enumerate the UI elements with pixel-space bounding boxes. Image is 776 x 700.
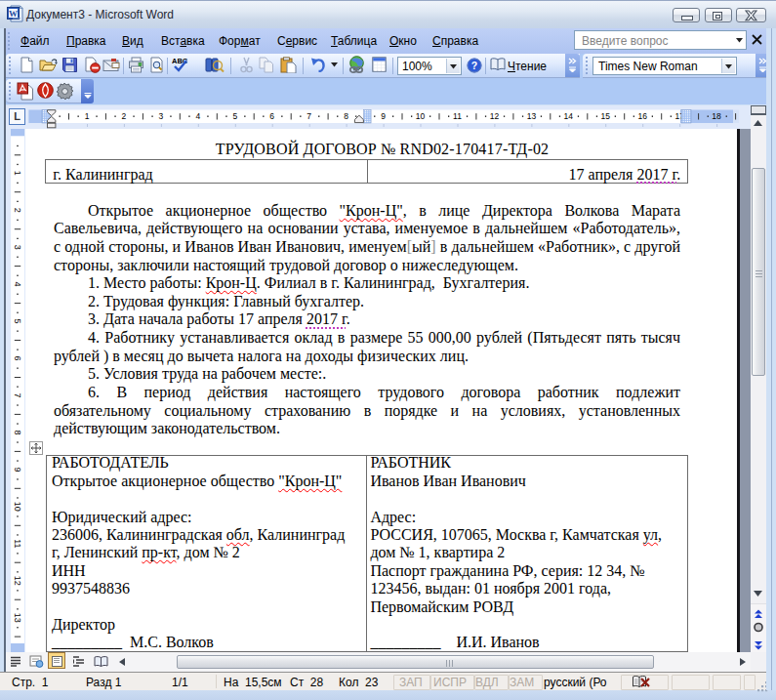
- svg-text:3: 3: [13, 244, 22, 249]
- svg-text:?: ?: [471, 60, 477, 71]
- svg-text:2: 2: [122, 111, 127, 121]
- svg-text:15: 15: [600, 111, 610, 121]
- svg-text:16: 16: [637, 111, 647, 121]
- svg-text:7: 7: [306, 111, 311, 121]
- svg-text:13: 13: [13, 612, 22, 622]
- svg-text:6: 6: [269, 111, 274, 121]
- svg-text:1: 1: [85, 111, 90, 121]
- svg-text:5: 5: [232, 111, 237, 121]
- svg-text:9: 9: [13, 467, 22, 472]
- svg-text:9: 9: [381, 111, 386, 121]
- svg-text:12: 12: [13, 575, 22, 585]
- svg-text:10: 10: [416, 111, 426, 121]
- svg-text:11: 11: [13, 539, 22, 548]
- svg-text:2: 2: [13, 207, 22, 212]
- svg-text:12: 12: [490, 111, 500, 121]
- svg-text:6: 6: [13, 355, 22, 360]
- svg-text:3: 3: [159, 111, 164, 121]
- svg-text:4: 4: [13, 281, 22, 286]
- svg-text:14: 14: [564, 111, 574, 121]
- svg-text:1: 1: [13, 170, 22, 175]
- svg-text:11: 11: [453, 111, 462, 121]
- svg-text:W: W: [9, 9, 18, 19]
- svg-text:10: 10: [13, 501, 22, 511]
- svg-text:4: 4: [195, 111, 200, 121]
- svg-text:7: 7: [13, 392, 22, 397]
- svg-text:8: 8: [344, 111, 348, 121]
- svg-text:8: 8: [13, 430, 22, 434]
- svg-text:18: 18: [712, 111, 721, 121]
- svg-text:5: 5: [13, 318, 22, 323]
- svg-text:13: 13: [527, 111, 537, 121]
